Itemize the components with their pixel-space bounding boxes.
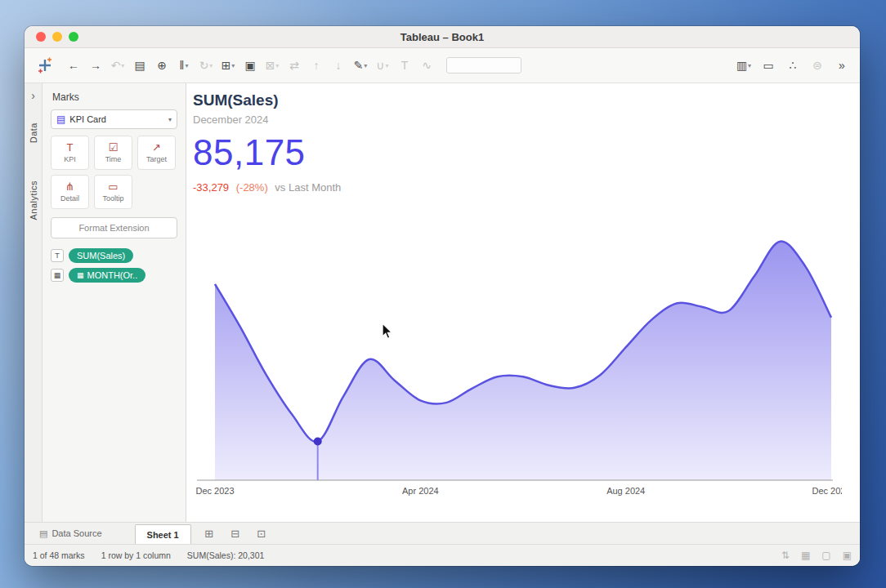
duplicate-sheet-icon[interactable]: ▣ [240, 56, 260, 76]
x-axis-tick-label: Apr 2024 [402, 486, 439, 496]
show-mark-labels-icon[interactable]: T [395, 56, 414, 76]
sort-descending-icon[interactable]: ↓ [329, 56, 348, 76]
mark-button-label: Time [105, 155, 122, 163]
format-icon[interactable]: ⊜ [808, 56, 827, 76]
new-data-source-icon[interactable]: ⊕ [152, 56, 172, 76]
trend-chart[interactable]: Dec 2023Apr 2024Aug 2024Dec 2024 [195, 227, 842, 505]
pane-tab-data[interactable]: Data [29, 122, 38, 143]
new-dashboard-tab-icon[interactable]: ⊟ [226, 525, 245, 541]
toolbar-icon-glyph: ∪ [376, 59, 384, 72]
mark-detail-button[interactable]: ⋔ Detail [51, 175, 89, 209]
forward-icon[interactable]: → [86, 56, 105, 76]
mark-button-label: Detail [60, 194, 79, 203]
pill-month-order-date[interactable]: ▦ MONTH(Or.. [69, 268, 145, 283]
pill-type-icon[interactable]: ▦ [51, 269, 64, 282]
x-axis-tick-label: Dec 2023 [195, 486, 234, 496]
toolbar-icon-glyph: » [839, 59, 845, 72]
presentation-mode-icon[interactable]: ▭ [758, 56, 778, 76]
toolbar-icon-glyph: ← [68, 59, 79, 72]
more-tools-icon[interactable]: » [832, 56, 852, 76]
pill-sum-sales[interactable]: SUM(Sales) [69, 248, 133, 263]
toolbar-icon-glyph: ↻ [199, 59, 209, 72]
data-source-icon: ▤ [39, 528, 47, 539]
pane-tab-analytics[interactable]: Analytics [29, 180, 38, 220]
minimize-window-button[interactable] [52, 32, 62, 42]
fix-axes-icon[interactable]: ∿ [417, 56, 436, 76]
mark-type-dropdown[interactable]: ▤ KPI Card ▾ [51, 109, 177, 129]
toolbar-icon-glyph: ▭ [763, 59, 773, 72]
mark-button-icon: ⋔ [65, 181, 74, 193]
save-icon[interactable]: ▤ [130, 56, 150, 76]
share-icon[interactable]: ∴ [783, 56, 803, 76]
pill-row: ▦ ▦ MONTH(Or.. [51, 268, 177, 283]
tableau-window: Tableau – Book1 ← → ↶ [25, 26, 860, 566]
desktop: { "window": { "title": "Tableau – Book1"… [0, 0, 886, 588]
status-sort-icon[interactable]: ⇅ [781, 550, 790, 561]
run-auto-updates-icon[interactable]: ↻ ▾ [196, 56, 216, 76]
new-story-tab-icon[interactable]: ⊡ [252, 525, 271, 541]
main-content: › Data Analytics Marks ▤ KPI Card ▾ T KP… [25, 83, 860, 522]
sheet-tab-sheet1[interactable]: Sheet 1 [135, 524, 191, 544]
zoom-window-button[interactable] [69, 32, 78, 42]
mark-type-label: KPI Card [69, 114, 164, 124]
delta-value: -33,279 [193, 181, 229, 194]
pill-type-icon[interactable]: T [51, 249, 64, 262]
toolbar-icon-glyph: ▤ [134, 59, 145, 72]
window-title: Tableau – Book1 [400, 31, 484, 43]
pill-label: SUM(Sales) [77, 251, 125, 261]
viz-canvas: SUM(Sales) December 2024 85,175 -33,279 … [186, 83, 860, 522]
new-sheet-glyph: ⊟ [230, 528, 239, 540]
mark-button-label: KPI [64, 155, 76, 163]
close-window-button[interactable] [36, 32, 46, 42]
titlebar[interactable]: Tableau – Book1 [25, 26, 860, 48]
mark-kpi-button[interactable]: T KPI [51, 136, 89, 170]
pane-tab-strip: › Data Analytics [25, 83, 43, 522]
new-worksheet-tab-icon[interactable]: ⊞ [199, 525, 219, 541]
mark-time-button[interactable]: ☑ Time [94, 136, 132, 170]
new-worksheet-icon[interactable]: ⊞ ▾ [218, 56, 238, 76]
toolbar-icon-glyph: → [90, 59, 101, 72]
format-extension-button[interactable]: Format Extension [51, 217, 177, 238]
traffic-lights [36, 26, 78, 47]
toolbar-type-in-field[interactable] [446, 57, 521, 74]
status-item: SUM(Sales): 20,301 [187, 550, 265, 560]
undo-icon[interactable]: ↶ ▾ [108, 56, 128, 76]
toolbar-icon-glyph: ⊜ [812, 59, 822, 72]
expand-pane-chevron-icon[interactable]: › [31, 90, 35, 101]
show-me-icon[interactable]: ▥ ▾ [734, 56, 754, 76]
kpi-value: 85,175 [193, 132, 860, 173]
group-members-icon[interactable]: ∪ ▾ [373, 56, 392, 76]
pause-auto-updates-icon[interactable]: ‖ ▾ [174, 56, 194, 76]
dropdown-caret-icon: ▾ [231, 62, 235, 69]
sheet-tab-bar: ▤ Data Source Sheet 1 ⊞ ⊟ ⊡ [25, 522, 860, 544]
swap-rows-columns-icon[interactable]: ⇄ [284, 56, 304, 76]
clear-sheet-icon[interactable]: ⊠ ▾ [262, 56, 282, 76]
toolbar-icon-glyph: ▣ [244, 59, 255, 72]
calendar-icon: ▦ [77, 271, 84, 279]
mark-button-icon: ☑ [109, 142, 119, 154]
toolbar-icon-glyph: ↑ [314, 59, 320, 72]
mark-tooltip-button[interactable]: ▭ Tooltip [94, 175, 132, 209]
marks-panel: Marks ▤ KPI Card ▾ T KPI ☑ Time [43, 83, 186, 522]
data-source-label: Data Source [51, 528, 101, 538]
selected-mark[interactable] [314, 438, 322, 446]
status-outline-square-icon[interactable]: ▢ [821, 550, 830, 561]
sort-ascending-icon[interactable]: ↑ [307, 56, 326, 76]
back-icon[interactable]: ← [64, 56, 83, 76]
mark-button-icon: ▭ [108, 181, 118, 193]
marks-button-grid: T KPI ☑ Time ↗ Target ⋔ [51, 136, 177, 209]
mark-button-icon: T [67, 142, 74, 154]
new-sheet-buttons: ⊞ ⊟ ⊡ [199, 523, 271, 544]
highlight-icon[interactable]: ✎ ▾ [351, 56, 370, 76]
status-bar: 1 of 48 marks 1 row by 1 column SUM(Sale… [25, 544, 860, 566]
status-grid-icon[interactable]: ▦ [801, 550, 810, 561]
status-filled-square-icon[interactable]: ▣ [843, 550, 852, 561]
toolbar-icon-glyph: ‖ [180, 59, 185, 72]
viz-period: December 2024 [193, 114, 860, 126]
status-item: 1 row by 1 column [101, 550, 171, 560]
data-source-tab[interactable]: ▤ Data Source [29, 523, 112, 544]
mark-target-button[interactable]: ↗ Target [137, 136, 176, 170]
toolbar-icon-glyph: ⊞ [222, 59, 231, 72]
new-sheet-glyph: ⊞ [204, 528, 213, 540]
dropdown-caret-icon: ▾ [275, 62, 279, 69]
